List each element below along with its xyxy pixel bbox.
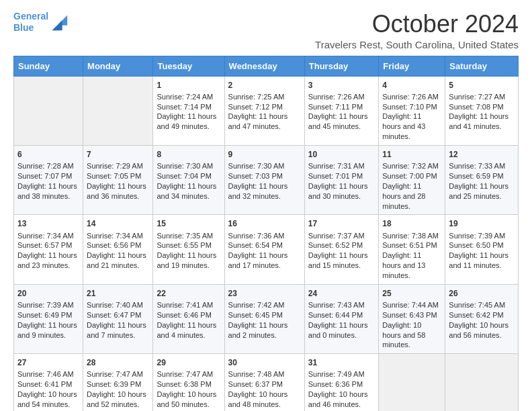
calendar-cell: 12Sunrise: 7:33 AMSunset: 6:59 PMDayligh… (445, 146, 519, 215)
sunrise-text: Sunrise: 7:35 AM (157, 232, 213, 240)
daylight-text: Daylight: 11 hours and 43 minutes. (382, 112, 425, 140)
day-number: 24 (308, 288, 375, 299)
sunrise-text: Sunrise: 7:33 AM (449, 162, 505, 170)
day-number: 14 (87, 218, 149, 229)
daylight-text: Daylight: 11 hours and 36 minutes. (87, 182, 146, 200)
calendar-cell: 9Sunrise: 7:30 AMSunset: 7:03 PMDaylight… (224, 146, 304, 215)
sunset-text: Sunset: 7:12 PM (228, 103, 283, 111)
daylight-text: Daylight: 11 hours and 2 minutes. (228, 321, 288, 339)
day-number: 29 (157, 357, 220, 368)
daylight-text: Daylight: 11 hours and 13 minutes. (382, 251, 425, 279)
sunrise-text: Sunrise: 7:30 AM (228, 162, 285, 170)
day-number: 12 (449, 149, 515, 160)
location-title: Travelers Rest, South Carolina, United S… (315, 39, 519, 50)
sunset-text: Sunset: 6:47 PM (87, 311, 141, 319)
sunset-text: Sunset: 7:07 PM (17, 172, 72, 180)
calendar-cell: 21Sunrise: 7:40 AMSunset: 6:47 PMDayligh… (83, 284, 153, 353)
sunrise-text: Sunrise: 7:34 AM (87, 232, 143, 240)
sunrise-text: Sunrise: 7:38 AM (382, 232, 439, 240)
calendar-cell: 31Sunrise: 7:49 AMSunset: 6:36 PMDayligh… (304, 354, 378, 411)
day-header-row: SundayMondayTuesdayWednesdayThursdayFrid… (14, 56, 519, 76)
calendar-table: SundayMondayTuesdayWednesdayThursdayFrid… (13, 56, 519, 411)
sunset-text: Sunset: 7:03 PM (228, 172, 283, 180)
sunset-text: Sunset: 6:52 PM (308, 241, 363, 249)
sunrise-text: Sunrise: 7:34 AM (17, 232, 74, 240)
sunset-text: Sunset: 6:51 PM (382, 241, 437, 249)
calendar-cell: 25Sunrise: 7:44 AMSunset: 6:43 PMDayligh… (379, 284, 445, 353)
page-header: General Blue October 2024 Travelers Rest… (13, 11, 519, 50)
calendar-cell: 28Sunrise: 7:47 AMSunset: 6:39 PMDayligh… (83, 354, 153, 411)
daylight-text: Daylight: 11 hours and 17 minutes. (228, 251, 288, 269)
logo-text: General Blue (13, 11, 48, 34)
calendar-cell: 24Sunrise: 7:43 AMSunset: 6:44 PMDayligh… (304, 284, 378, 353)
calendar-cell: 17Sunrise: 7:37 AMSunset: 6:52 PMDayligh… (304, 215, 378, 284)
daylight-text: Daylight: 10 hours and 48 minutes. (228, 390, 288, 408)
day-number: 13 (17, 218, 79, 229)
day-number: 25 (382, 288, 441, 299)
week-row-3: 13Sunrise: 7:34 AMSunset: 6:57 PMDayligh… (14, 215, 519, 284)
sunrise-text: Sunrise: 7:26 AM (382, 93, 439, 101)
sunrise-text: Sunrise: 7:28 AM (17, 162, 74, 170)
day-number: 21 (87, 288, 149, 299)
week-row-2: 6Sunrise: 7:28 AMSunset: 7:07 PMDaylight… (14, 146, 519, 215)
daylight-text: Daylight: 10 hours and 58 minutes. (382, 321, 425, 349)
day-header-sunday: Sunday (14, 56, 83, 76)
calendar-cell (14, 76, 83, 145)
sunset-text: Sunset: 7:14 PM (157, 103, 211, 111)
sunset-text: Sunset: 6:57 PM (17, 241, 72, 249)
calendar-cell: 15Sunrise: 7:35 AMSunset: 6:55 PMDayligh… (153, 215, 224, 284)
sunset-text: Sunset: 7:04 PM (157, 172, 211, 180)
daylight-text: Daylight: 11 hours and 38 minutes. (17, 182, 77, 200)
sunrise-text: Sunrise: 7:25 AM (228, 93, 285, 101)
logo-blue: Blue (13, 22, 34, 33)
sunrise-text: Sunrise: 7:39 AM (17, 301, 74, 309)
day-header-tuesday: Tuesday (153, 56, 224, 76)
sunrise-text: Sunrise: 7:46 AM (17, 370, 74, 378)
daylight-text: Daylight: 11 hours and 49 minutes. (157, 112, 216, 130)
sunset-text: Sunset: 6:43 PM (382, 311, 437, 319)
sunset-text: Sunset: 7:00 PM (382, 172, 437, 180)
calendar-cell: 2Sunrise: 7:25 AMSunset: 7:12 PMDaylight… (224, 76, 304, 145)
sunset-text: Sunset: 6:50 PM (449, 241, 503, 249)
day-number: 23 (228, 288, 301, 299)
day-number: 17 (308, 218, 375, 229)
calendar-cell (379, 354, 445, 411)
sunrise-text: Sunrise: 7:29 AM (87, 162, 143, 170)
sunset-text: Sunset: 6:38 PM (157, 380, 211, 388)
sunrise-text: Sunrise: 7:24 AM (157, 93, 213, 101)
day-number: 27 (17, 357, 79, 368)
sunset-text: Sunset: 6:36 PM (308, 380, 363, 388)
sunset-text: Sunset: 6:54 PM (228, 241, 283, 249)
sunrise-text: Sunrise: 7:37 AM (308, 232, 365, 240)
calendar-cell: 14Sunrise: 7:34 AMSunset: 6:56 PMDayligh… (83, 215, 153, 284)
sunset-text: Sunset: 6:46 PM (157, 311, 211, 319)
calendar-cell: 30Sunrise: 7:48 AMSunset: 6:37 PMDayligh… (224, 354, 304, 411)
sunrise-text: Sunrise: 7:45 AM (449, 301, 505, 309)
sunset-text: Sunset: 7:01 PM (308, 172, 363, 180)
daylight-text: Daylight: 11 hours and 23 minutes. (17, 251, 77, 269)
sunset-text: Sunset: 6:44 PM (308, 311, 363, 319)
day-header-wednesday: Wednesday (224, 56, 304, 76)
daylight-text: Daylight: 11 hours and 0 minutes. (308, 321, 368, 339)
day-number: 19 (449, 218, 515, 229)
daylight-text: Daylight: 11 hours and 30 minutes. (308, 182, 368, 200)
month-title: October 2024 (315, 11, 519, 38)
calendar-cell: 13Sunrise: 7:34 AMSunset: 6:57 PMDayligh… (14, 215, 83, 284)
calendar-cell: 27Sunrise: 7:46 AMSunset: 6:41 PMDayligh… (14, 354, 83, 411)
daylight-text: Daylight: 11 hours and 4 minutes. (157, 321, 216, 339)
day-header-monday: Monday (83, 56, 153, 76)
daylight-text: Daylight: 11 hours and 45 minutes. (308, 112, 368, 130)
sunset-text: Sunset: 6:59 PM (449, 172, 503, 180)
sunset-text: Sunset: 7:05 PM (87, 172, 141, 180)
sunset-text: Sunset: 6:49 PM (17, 311, 72, 319)
sunset-text: Sunset: 7:11 PM (308, 103, 363, 111)
sunrise-text: Sunrise: 7:26 AM (308, 93, 365, 101)
sunrise-text: Sunrise: 7:43 AM (308, 301, 365, 309)
day-header-friday: Friday (379, 56, 445, 76)
day-number: 5 (449, 80, 515, 91)
calendar-cell: 5Sunrise: 7:27 AMSunset: 7:08 PMDaylight… (445, 76, 519, 145)
sunset-text: Sunset: 6:56 PM (87, 241, 141, 249)
day-number: 4 (382, 80, 441, 91)
daylight-text: Daylight: 11 hours and 9 minutes. (17, 321, 77, 339)
calendar-cell: 29Sunrise: 7:47 AMSunset: 6:38 PMDayligh… (153, 354, 224, 411)
